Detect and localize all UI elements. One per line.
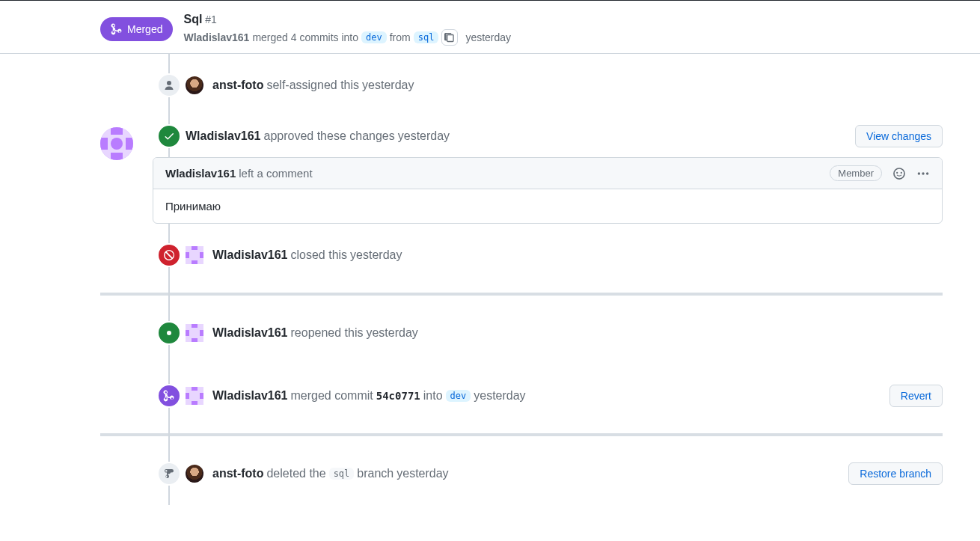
event-time[interactable]: yesterday	[398, 129, 450, 143]
view-changes-button[interactable]: View changes	[855, 125, 943, 147]
copy-branch-icon[interactable]	[441, 29, 458, 46]
event-actor[interactable]: Wladislav161	[212, 389, 288, 403]
event-actor[interactable]: Wladislav161	[212, 248, 288, 262]
event-time[interactable]: yesterday	[350, 248, 402, 262]
svg-point-4	[926, 172, 928, 174]
event-text-2: branch	[357, 467, 393, 480]
no-entry-icon	[157, 243, 181, 267]
event-reopened: Wladislav161 reopened this yesterday	[100, 302, 943, 364]
check-icon	[157, 124, 181, 148]
comment-body: Принимаю	[153, 189, 942, 223]
dot-fill-icon	[157, 321, 181, 345]
event-time[interactable]: yesterday	[362, 79, 414, 92]
restore-branch-button[interactable]: Restore branch	[848, 462, 943, 485]
meta-timestamp[interactable]: yesterday	[465, 31, 511, 43]
event-text: reopened this	[291, 326, 364, 340]
event-time[interactable]: yesterday	[396, 467, 448, 480]
commit-sha[interactable]: 54c0771	[376, 390, 420, 402]
event-text-2: into	[423, 389, 443, 403]
pr-header: Merged Sql #1 Wladislav161 merged 4 comm…	[0, 0, 980, 54]
kebab-icon[interactable]	[916, 167, 930, 180]
head-branch[interactable]: sql	[414, 31, 439, 43]
event-actor[interactable]: Wladislav161	[212, 326, 288, 340]
divider	[100, 293, 943, 296]
event-time[interactable]: yesterday	[474, 389, 525, 403]
comment-subtext: left a comment	[239, 167, 312, 180]
state-label: Merged	[127, 23, 162, 35]
event-actor[interactable]: Wladislav161	[186, 129, 261, 143]
pr-title: Sql	[183, 13, 202, 25]
avatar[interactable]	[186, 76, 203, 94]
event-branch-deleted: anst-foto deleted the sql branch yesterd…	[100, 442, 943, 505]
base-branch[interactable]: dev	[361, 31, 387, 43]
revert-button[interactable]: Revert	[889, 385, 943, 407]
event-time[interactable]: yesterday	[366, 326, 417, 340]
event-text: closed this	[291, 248, 348, 262]
deleted-branch: sql	[329, 468, 355, 480]
git-branch-icon	[157, 462, 181, 486]
pr-meta-line: Wladislav161 merged 4 commits into dev f…	[183, 29, 511, 46]
meta-text-1: merged 4 commits into	[252, 31, 358, 43]
avatar[interactable]	[186, 387, 203, 405]
divider	[100, 433, 943, 436]
svg-point-6	[167, 331, 171, 335]
meta-from-text: from	[390, 31, 411, 43]
event-text-1: merged commit	[291, 389, 373, 403]
svg-point-2	[918, 172, 920, 174]
meta-actor[interactable]: Wladislav161	[183, 31, 249, 43]
event-text: self-assigned this	[266, 79, 359, 92]
avatar[interactable]	[186, 465, 203, 483]
event-text: approved these changes	[264, 129, 395, 143]
pr-number: #1	[205, 13, 217, 25]
avatar[interactable]	[186, 324, 203, 342]
comment-actor[interactable]: Wladislav161	[165, 167, 236, 180]
event-actor[interactable]: anst-foto	[212, 79, 263, 92]
event-self-assigned: anst-foto self-assigned this yesterday	[100, 54, 943, 117]
avatar[interactable]	[186, 246, 203, 264]
event-text-1: deleted the	[266, 467, 325, 480]
role-label: Member	[830, 165, 882, 181]
pr-title-row: Sql #1	[183, 13, 511, 26]
git-merge-icon	[111, 23, 123, 35]
emoji-icon[interactable]	[892, 167, 906, 180]
svg-point-3	[922, 172, 924, 174]
event-actor[interactable]: anst-foto	[212, 467, 263, 480]
event-closed: Wladislav161 closed this yesterday	[100, 224, 943, 287]
git-merge-icon	[157, 384, 181, 408]
state-merged-badge: Merged	[100, 17, 173, 41]
person-icon	[157, 73, 181, 97]
target-branch[interactable]: dev	[446, 390, 471, 402]
review-block: Wladislav161 approved these changes yest…	[100, 117, 943, 224]
event-merged: Wladislav161 merged commit 54c0771 into …	[100, 364, 943, 427]
comment-box: Wladislav161 left a comment Member Прини…	[153, 157, 943, 224]
